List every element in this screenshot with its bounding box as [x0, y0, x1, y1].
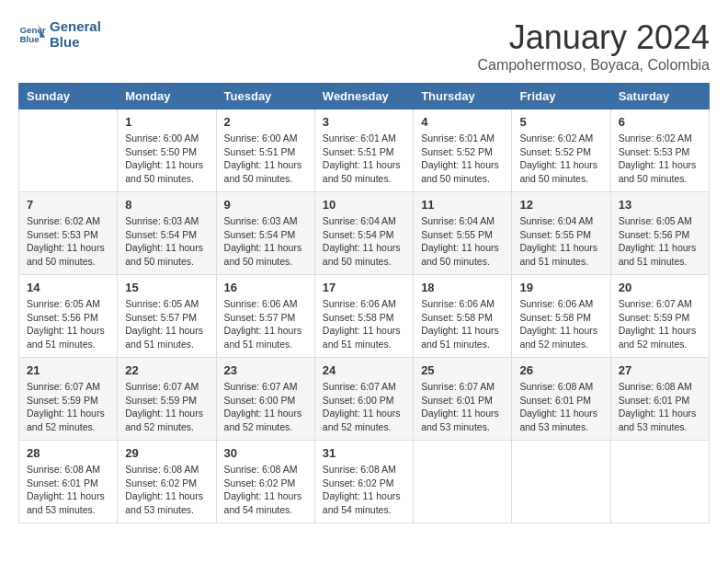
- day-number: 24: [323, 363, 405, 377]
- day-number: 1: [125, 115, 208, 129]
- day-detail: Sunrise: 6:02 AMSunset: 5:53 PMDaylight:…: [619, 132, 701, 186]
- header-monday: Monday: [118, 84, 216, 109]
- calendar-cell: 29Sunrise: 6:08 AMSunset: 6:02 PMDayligh…: [118, 441, 216, 523]
- day-number: 31: [323, 446, 405, 460]
- calendar-cell: 26Sunrise: 6:08 AMSunset: 6:01 PMDayligh…: [512, 358, 610, 441]
- day-detail: Sunrise: 6:05 AMSunset: 5:56 PMDaylight:…: [619, 214, 701, 269]
- calendar-cell: 10Sunrise: 6:04 AMSunset: 5:54 PMDayligh…: [314, 192, 413, 275]
- day-detail: Sunrise: 6:07 AMSunset: 5:59 PMDaylight:…: [125, 380, 208, 434]
- calendar-cell: 15Sunrise: 6:05 AMSunset: 5:57 PMDayligh…: [118, 275, 216, 358]
- calendar-cell: 28Sunrise: 6:08 AMSunset: 6:01 PMDayligh…: [19, 441, 118, 523]
- day-detail: Sunrise: 6:04 AMSunset: 5:54 PMDaylight:…: [323, 214, 405, 269]
- day-number: 18: [421, 281, 504, 294]
- day-detail: Sunrise: 6:04 AMSunset: 5:55 PMDaylight:…: [421, 214, 504, 269]
- day-number: 8: [125, 198, 208, 212]
- calendar-cell: 30Sunrise: 6:08 AMSunset: 6:02 PMDayligh…: [216, 441, 314, 523]
- calendar-week-row: 28Sunrise: 6:08 AMSunset: 6:01 PMDayligh…: [19, 441, 710, 523]
- day-number: 3: [323, 115, 405, 129]
- calendar-cell: 25Sunrise: 6:07 AMSunset: 6:01 PMDayligh…: [414, 358, 512, 441]
- calendar-cell: 31Sunrise: 6:08 AMSunset: 6:02 PMDayligh…: [314, 441, 413, 523]
- day-detail: Sunrise: 6:06 AMSunset: 5:57 PMDaylight:…: [224, 297, 307, 351]
- day-detail: Sunrise: 6:05 AMSunset: 5:57 PMDaylight:…: [125, 297, 208, 351]
- day-detail: Sunrise: 6:00 AMSunset: 5:51 PMDaylight:…: [224, 132, 307, 186]
- header-saturday: Saturday: [610, 84, 709, 109]
- day-detail: Sunrise: 6:06 AMSunset: 5:58 PMDaylight:…: [421, 297, 504, 351]
- day-number: 5: [519, 115, 602, 129]
- day-detail: Sunrise: 6:08 AMSunset: 6:01 PMDaylight:…: [619, 380, 701, 434]
- page-header: General Blue General Blue January 2024 C…: [18, 18, 710, 74]
- day-number: 17: [323, 281, 405, 294]
- calendar-cell: 9Sunrise: 6:03 AMSunset: 5:54 PMDaylight…: [216, 192, 314, 275]
- calendar-cell: [610, 441, 709, 523]
- day-detail: Sunrise: 6:07 AMSunset: 6:00 PMDaylight:…: [323, 380, 405, 434]
- day-detail: Sunrise: 6:07 AMSunset: 6:01 PMDaylight:…: [421, 380, 504, 434]
- title-section: January 2024 Campohermoso, Boyaca, Colom…: [477, 18, 710, 74]
- calendar-cell: 23Sunrise: 6:07 AMSunset: 6:00 PMDayligh…: [216, 358, 314, 441]
- day-number: 12: [519, 198, 602, 212]
- day-detail: Sunrise: 6:08 AMSunset: 6:02 PMDaylight:…: [125, 463, 208, 517]
- day-detail: Sunrise: 6:02 AMSunset: 5:52 PMDaylight:…: [519, 132, 602, 186]
- day-number: 2: [224, 115, 307, 129]
- calendar-week-row: 21Sunrise: 6:07 AMSunset: 5:59 PMDayligh…: [19, 358, 710, 441]
- calendar-body: 1Sunrise: 6:00 AMSunset: 5:50 PMDaylight…: [19, 109, 710, 523]
- calendar-cell: 21Sunrise: 6:07 AMSunset: 5:59 PMDayligh…: [19, 358, 118, 441]
- logo-general: General: [50, 18, 101, 34]
- day-number: 10: [323, 198, 405, 212]
- day-number: 26: [519, 363, 602, 377]
- header-sunday: Sunday: [19, 84, 118, 109]
- calendar-cell: 12Sunrise: 6:04 AMSunset: 5:55 PMDayligh…: [512, 192, 610, 275]
- day-detail: Sunrise: 6:08 AMSunset: 6:02 PMDaylight:…: [224, 463, 307, 517]
- location-subtitle: Campohermoso, Boyaca, Colombia: [477, 57, 710, 74]
- day-detail: Sunrise: 6:02 AMSunset: 5:53 PMDaylight:…: [27, 214, 109, 269]
- day-number: 16: [224, 281, 307, 294]
- logo-icon: General Blue: [18, 20, 46, 48]
- day-detail: Sunrise: 6:08 AMSunset: 6:01 PMDaylight:…: [519, 380, 602, 434]
- calendar-cell: 11Sunrise: 6:04 AMSunset: 5:55 PMDayligh…: [414, 192, 512, 275]
- calendar-cell: 20Sunrise: 6:07 AMSunset: 5:59 PMDayligh…: [610, 275, 709, 358]
- day-number: 4: [421, 115, 504, 129]
- day-detail: Sunrise: 6:05 AMSunset: 5:56 PMDaylight:…: [27, 297, 109, 351]
- day-number: 6: [619, 115, 701, 129]
- day-number: 30: [224, 446, 307, 460]
- day-number: 25: [421, 363, 504, 377]
- day-detail: Sunrise: 6:03 AMSunset: 5:54 PMDaylight:…: [224, 214, 307, 269]
- day-detail: Sunrise: 6:01 AMSunset: 5:51 PMDaylight:…: [323, 132, 405, 186]
- calendar-cell: 3Sunrise: 6:01 AMSunset: 5:51 PMDaylight…: [314, 109, 413, 192]
- calendar-week-row: 1Sunrise: 6:00 AMSunset: 5:50 PMDaylight…: [19, 109, 710, 192]
- day-number: 19: [519, 281, 602, 294]
- day-number: 23: [224, 363, 307, 377]
- calendar-header-row: SundayMondayTuesdayWednesdayThursdayFrid…: [19, 84, 710, 109]
- month-year-title: January 2024: [477, 18, 710, 57]
- calendar-cell: 13Sunrise: 6:05 AMSunset: 5:56 PMDayligh…: [610, 192, 709, 275]
- day-number: 20: [619, 281, 701, 294]
- calendar-cell: [414, 441, 512, 523]
- header-wednesday: Wednesday: [314, 84, 413, 109]
- day-number: 14: [27, 281, 109, 294]
- day-detail: Sunrise: 6:03 AMSunset: 5:54 PMDaylight:…: [125, 214, 208, 269]
- calendar-cell: 19Sunrise: 6:06 AMSunset: 5:58 PMDayligh…: [512, 275, 610, 358]
- day-detail: Sunrise: 6:06 AMSunset: 5:58 PMDaylight:…: [519, 297, 602, 351]
- svg-text:Blue: Blue: [20, 34, 40, 44]
- day-number: 27: [619, 363, 701, 377]
- day-number: 29: [125, 446, 208, 460]
- calendar-table: SundayMondayTuesdayWednesdayThursdayFrid…: [18, 83, 710, 523]
- calendar-cell: 8Sunrise: 6:03 AMSunset: 5:54 PMDaylight…: [118, 192, 216, 275]
- day-detail: Sunrise: 6:06 AMSunset: 5:58 PMDaylight:…: [323, 297, 405, 351]
- calendar-cell: 4Sunrise: 6:01 AMSunset: 5:52 PMDaylight…: [414, 109, 512, 192]
- day-detail: Sunrise: 6:08 AMSunset: 6:01 PMDaylight:…: [27, 463, 109, 517]
- day-detail: Sunrise: 6:07 AMSunset: 6:00 PMDaylight:…: [224, 380, 307, 434]
- day-detail: Sunrise: 6:07 AMSunset: 5:59 PMDaylight:…: [27, 380, 109, 434]
- day-detail: Sunrise: 6:01 AMSunset: 5:52 PMDaylight:…: [421, 132, 504, 186]
- header-thursday: Thursday: [414, 84, 512, 109]
- day-detail: Sunrise: 6:07 AMSunset: 5:59 PMDaylight:…: [619, 297, 701, 351]
- day-detail: Sunrise: 6:08 AMSunset: 6:02 PMDaylight:…: [323, 463, 405, 517]
- calendar-cell: 18Sunrise: 6:06 AMSunset: 5:58 PMDayligh…: [414, 275, 512, 358]
- calendar-week-row: 7Sunrise: 6:02 AMSunset: 5:53 PMDaylight…: [19, 192, 710, 275]
- calendar-cell: 6Sunrise: 6:02 AMSunset: 5:53 PMDaylight…: [610, 109, 709, 192]
- day-number: 15: [125, 281, 208, 294]
- header-tuesday: Tuesday: [216, 84, 314, 109]
- day-number: 28: [27, 446, 109, 460]
- day-detail: Sunrise: 6:00 AMSunset: 5:50 PMDaylight:…: [125, 132, 208, 186]
- calendar-cell: 17Sunrise: 6:06 AMSunset: 5:58 PMDayligh…: [314, 275, 413, 358]
- calendar-cell: 2Sunrise: 6:00 AMSunset: 5:51 PMDaylight…: [216, 109, 314, 192]
